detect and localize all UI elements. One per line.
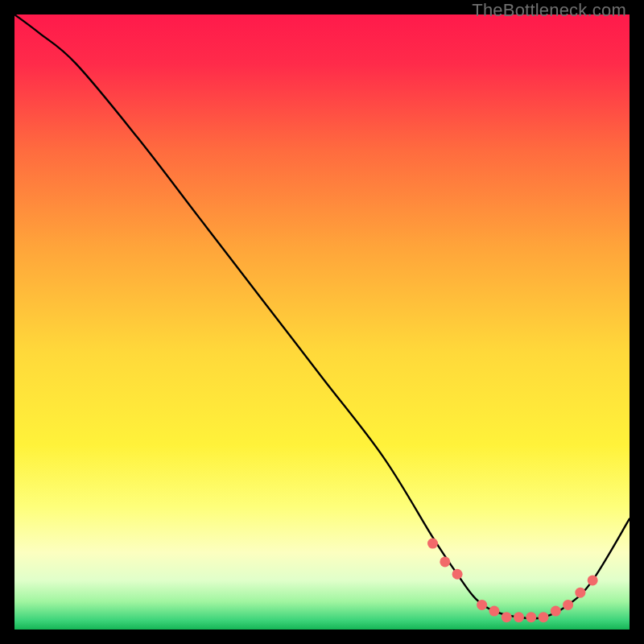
watermark-text: TheBottleneck.com [472, 0, 626, 21]
curve-marker [502, 612, 512, 622]
gradient-background [14, 14, 630, 630]
bottleneck-chart [14, 14, 630, 630]
curve-marker [526, 612, 536, 622]
curve-marker [514, 612, 524, 622]
curve-marker [588, 575, 598, 585]
curve-marker [563, 600, 573, 610]
curve-marker [489, 606, 499, 617]
curve-marker [575, 588, 585, 598]
curve-marker [539, 612, 549, 622]
curve-marker [452, 569, 463, 580]
curve-marker [440, 556, 450, 567]
chart-frame [14, 14, 630, 630]
curve-marker [477, 600, 487, 610]
curve-marker [551, 606, 561, 617]
curve-marker [427, 539, 438, 549]
